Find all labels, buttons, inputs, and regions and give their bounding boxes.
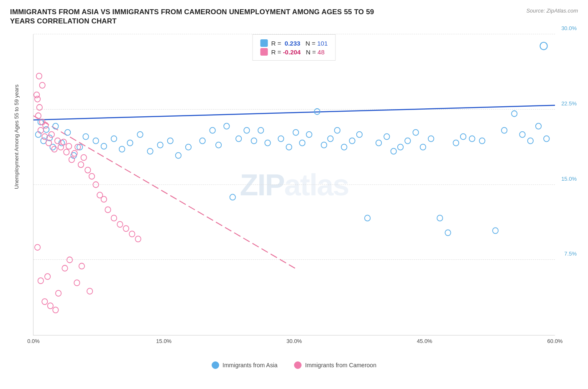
bottom-legend-asia: Immigrants from Asia xyxy=(212,361,277,369)
svg-point-88 xyxy=(78,162,84,168)
svg-point-29 xyxy=(230,194,235,200)
svg-point-82 xyxy=(61,139,66,145)
chart-title: IMMIGRANTS FROM ASIA VS IMMIGRANTS FROM … xyxy=(10,8,386,26)
svg-point-101 xyxy=(48,303,53,309)
svg-point-58 xyxy=(453,140,459,146)
svg-point-28 xyxy=(224,123,229,129)
svg-point-108 xyxy=(62,265,67,271)
bottom-swatch-cameroon xyxy=(294,361,302,369)
svg-point-21 xyxy=(157,142,163,148)
svg-point-37 xyxy=(293,130,299,136)
svg-point-51 xyxy=(398,144,403,150)
svg-point-100 xyxy=(135,236,141,242)
chart-area: Unemployment Among Ages 55 to 59 years Z… xyxy=(10,30,578,377)
svg-point-50 xyxy=(391,148,396,154)
x-label-15: 15.0% xyxy=(156,338,171,344)
svg-point-45 xyxy=(349,138,355,144)
svg-point-3 xyxy=(43,127,49,133)
svg-point-89 xyxy=(81,155,87,161)
y-label-225: 22.5% xyxy=(561,100,577,106)
svg-line-0 xyxy=(33,105,555,120)
svg-point-54 xyxy=(420,144,426,150)
svg-point-24 xyxy=(186,144,191,150)
y-label-300: 30.0% xyxy=(561,25,577,31)
x-label-60: 60.0% xyxy=(547,338,563,344)
svg-point-65 xyxy=(519,132,525,138)
x-label-45: 45.0% xyxy=(417,338,432,344)
svg-point-103 xyxy=(53,307,58,313)
svg-point-115 xyxy=(34,92,39,98)
svg-point-15 xyxy=(101,143,107,149)
svg-point-34 xyxy=(265,140,270,146)
svg-point-18 xyxy=(127,140,133,146)
svg-point-113 xyxy=(36,73,42,79)
svg-point-66 xyxy=(528,138,533,144)
legend: R = 0.233 N = 101 R = -0.204 N = 48 xyxy=(252,34,335,61)
svg-point-35 xyxy=(278,136,284,142)
svg-point-86 xyxy=(72,151,77,156)
svg-point-96 xyxy=(111,215,117,221)
svg-point-67 xyxy=(536,123,541,129)
svg-point-47 xyxy=(365,215,370,221)
bottom-legend: Immigrants from Asia Immigrants from Cam… xyxy=(212,361,376,369)
bottom-label-asia: Immigrants from Asia xyxy=(222,362,277,369)
svg-point-62 xyxy=(493,228,498,234)
svg-point-94 xyxy=(101,197,107,202)
bottom-label-cameroon: Immigrants from Cameroon xyxy=(305,362,376,369)
svg-point-107 xyxy=(35,244,40,250)
svg-point-42 xyxy=(327,136,333,142)
svg-point-70 xyxy=(35,96,40,102)
svg-point-61 xyxy=(479,138,485,144)
svg-point-78 xyxy=(49,132,54,138)
svg-point-25 xyxy=(199,138,205,144)
svg-point-13 xyxy=(83,134,88,140)
svg-point-43 xyxy=(335,128,340,133)
legend-swatch-asia xyxy=(260,39,268,47)
svg-point-31 xyxy=(244,128,249,133)
svg-point-33 xyxy=(258,128,263,133)
svg-point-32 xyxy=(251,138,257,144)
svg-point-71 xyxy=(37,105,42,110)
legend-row-cameroon: R = -0.204 N = 48 xyxy=(260,48,327,56)
source-label: Source: ZipAtlas.com xyxy=(526,8,578,14)
legend-swatch-cameroon xyxy=(260,48,268,56)
svg-point-30 xyxy=(236,136,241,142)
svg-point-112 xyxy=(87,288,92,294)
svg-point-60 xyxy=(469,136,475,142)
legend-text-asia: R = 0.233 N = 101 xyxy=(271,40,327,47)
svg-point-63 xyxy=(501,128,507,133)
plot-area: ZIPatlas 7.5% 15.0% 22.5% 30.0% 0.0% 15.… xyxy=(33,34,555,335)
svg-point-53 xyxy=(413,130,418,136)
svg-point-59 xyxy=(460,134,466,140)
svg-point-39 xyxy=(306,132,312,138)
x-label-0: 0.0% xyxy=(27,338,40,344)
svg-point-69 xyxy=(540,42,547,50)
svg-point-106 xyxy=(56,290,61,296)
svg-point-16 xyxy=(111,136,117,142)
svg-point-102 xyxy=(42,299,47,305)
svg-point-83 xyxy=(64,149,69,155)
svg-point-19 xyxy=(137,132,143,138)
svg-point-111 xyxy=(79,263,84,269)
svg-point-84 xyxy=(66,143,72,149)
svg-point-26 xyxy=(210,128,215,133)
svg-point-27 xyxy=(216,142,221,148)
svg-point-92 xyxy=(93,182,98,188)
svg-point-68 xyxy=(544,136,549,142)
y-label-75: 7.5% xyxy=(564,251,577,257)
svg-point-97 xyxy=(117,222,123,228)
scatter-plot xyxy=(33,34,555,335)
legend-text-cameroon: R = -0.204 N = 48 xyxy=(271,49,325,56)
svg-point-91 xyxy=(89,174,95,179)
svg-point-99 xyxy=(129,231,135,237)
svg-point-41 xyxy=(321,142,327,148)
svg-point-5 xyxy=(41,138,46,144)
svg-point-10 xyxy=(65,130,70,136)
svg-point-72 xyxy=(36,113,41,119)
legend-row-asia: R = 0.233 N = 101 xyxy=(260,39,327,47)
svg-point-22 xyxy=(167,138,173,144)
svg-point-57 xyxy=(445,230,450,236)
svg-point-95 xyxy=(105,207,110,213)
svg-point-90 xyxy=(85,167,90,173)
svg-point-55 xyxy=(428,136,434,142)
